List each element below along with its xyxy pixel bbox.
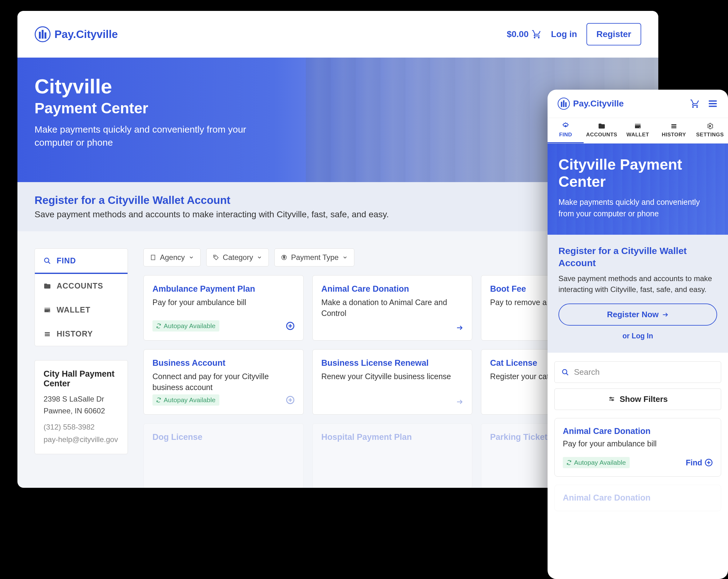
folder-icon xyxy=(44,282,51,290)
tab-find[interactable]: FIND xyxy=(35,249,128,274)
tab-wallet[interactable]: WALLET xyxy=(620,118,656,143)
svg-point-35 xyxy=(610,397,611,399)
svg-point-37 xyxy=(612,399,613,401)
mobile-header: Pay.Cityville xyxy=(548,90,728,118)
register-now-button[interactable]: Register Now xyxy=(558,303,717,326)
cart-icon[interactable] xyxy=(690,99,700,109)
tab-history[interactable]: HISTORY xyxy=(656,118,692,143)
autopay-badge: Autopay Available xyxy=(152,320,219,331)
svg-rect-3 xyxy=(45,32,46,39)
info-title: City Hall Payment Center xyxy=(44,369,119,388)
info-phone: (312) 558-3982 xyxy=(44,422,119,433)
mobile-content: Search Show Filters Animal Care Donation… xyxy=(548,353,728,520)
desktop-header: Pay.Cityville $0.00 Log in Register xyxy=(18,11,658,57)
info-addr1: 2398 S LaSalle Dr xyxy=(44,394,119,405)
sliders-icon xyxy=(608,396,615,403)
chevron-down-icon xyxy=(342,255,348,260)
payment-card[interactable]: Business License RenewalRenew your Cityv… xyxy=(312,349,473,414)
search-icon xyxy=(44,257,51,265)
filter-payment-type[interactable]: $ Payment Type xyxy=(275,248,354,267)
register-bar-title: Register for a Cityville Wallet Account xyxy=(34,194,389,206)
card-desc: Pay for your ambulance bill xyxy=(563,439,713,448)
register-button[interactable]: Register xyxy=(587,23,641,46)
mobile-view: Pay.Cityville FIND ACCOUNTS WALLET HISTO… xyxy=(548,90,728,579)
filter-category[interactable]: Category xyxy=(206,248,269,267)
svg-point-32 xyxy=(563,370,567,374)
tab-settings[interactable]: SETTINGS xyxy=(692,118,728,143)
logo-text: Pay.Cityville xyxy=(573,99,624,109)
card-desc: Make a donation to Animal Care and Contr… xyxy=(321,297,464,319)
header-actions: $0.00 Log in Register xyxy=(507,23,641,46)
hero-desc: Make payments quickly and conveniently f… xyxy=(558,196,717,219)
svg-rect-6 xyxy=(151,255,155,260)
payment-card-faded: Animal Care Donation xyxy=(554,485,721,511)
card-title: Animal Care Donation xyxy=(321,284,464,294)
card-title: Animal Care Donation xyxy=(563,493,713,503)
card-footer xyxy=(321,398,464,406)
tag-icon xyxy=(213,254,219,260)
hero-description: Make payments quickly and conveniently f… xyxy=(34,123,271,149)
sidebar: FIND ACCOUNTS WALLET HISTORY City Hall P… xyxy=(34,248,128,488)
card-title: Business License Renewal xyxy=(321,358,464,368)
cart-icon xyxy=(532,29,542,39)
mobile-hero: Cityville Payment Center Make payments q… xyxy=(548,144,728,235)
svg-point-4 xyxy=(45,258,49,262)
autopay-badge: Autopay Available xyxy=(152,395,219,406)
find-button[interactable]: Find xyxy=(686,458,713,467)
show-filters-button[interactable]: Show Filters xyxy=(554,388,721,410)
logo[interactable]: Pay.Cityville xyxy=(557,97,624,110)
chevron-down-icon xyxy=(188,255,194,260)
history-icon xyxy=(670,122,678,130)
payment-card[interactable]: Animal Care Donation Pay for your ambula… xyxy=(554,418,721,477)
cart-button[interactable]: $0.00 xyxy=(507,29,542,39)
svg-point-30 xyxy=(709,125,711,127)
arrow-button[interactable] xyxy=(456,398,463,406)
add-button[interactable] xyxy=(286,322,295,330)
chevron-down-icon xyxy=(257,255,262,260)
svg-point-9 xyxy=(214,256,215,257)
payment-card[interactable]: Business AccountConnect and pay for your… xyxy=(144,349,304,414)
add-button[interactable] xyxy=(286,396,295,404)
hero-title: Cityville Payment Center xyxy=(558,156,717,190)
menu-icon[interactable] xyxy=(707,98,718,109)
history-icon xyxy=(44,330,51,338)
card-title: Hospital Payment Plan xyxy=(321,432,464,442)
arrow-right-icon xyxy=(662,311,669,318)
logo-icon xyxy=(557,97,570,110)
search-icon xyxy=(562,369,569,376)
register-desc: Save payment methods and accounts to mak… xyxy=(558,273,717,295)
payment-card-faded: Dog License xyxy=(144,423,304,488)
card-desc: Pay for your ambulance bill xyxy=(152,297,295,308)
svg-line-33 xyxy=(566,373,568,375)
payment-card-faded: Hospital Payment Plan xyxy=(312,423,473,488)
svg-line-5 xyxy=(48,262,50,264)
autopay-badge: Autopay Available xyxy=(563,457,630,468)
tab-find[interactable]: FIND xyxy=(548,118,583,143)
mobile-register-section: Register for a Cityville Wallet Account … xyxy=(548,235,728,353)
folder-icon xyxy=(598,122,605,130)
search-input[interactable]: Search xyxy=(554,361,721,383)
svg-rect-2 xyxy=(42,30,44,39)
logo[interactable]: Pay.Cityville xyxy=(34,26,118,42)
tab-history[interactable]: HISTORY xyxy=(35,322,128,346)
svg-rect-23 xyxy=(561,102,563,107)
card-title: Ambulance Payment Plan xyxy=(152,284,295,294)
payment-card[interactable]: Ambulance Payment PlanPay for your ambul… xyxy=(144,275,304,341)
wallet-icon xyxy=(44,306,51,314)
tab-accounts[interactable]: ACCOUNTS xyxy=(35,274,128,298)
card-title: Dog License xyxy=(152,432,295,442)
contact-info-card: City Hall Payment Center 2398 S LaSalle … xyxy=(34,360,128,454)
payment-card[interactable]: Animal Care DonationMake a donation to A… xyxy=(312,275,473,341)
arrow-button[interactable] xyxy=(456,324,463,331)
tab-wallet[interactable]: WALLET xyxy=(35,298,128,322)
filter-agency[interactable]: Agency xyxy=(144,248,201,267)
refresh-icon xyxy=(567,460,572,465)
or-login-link[interactable]: or Log In xyxy=(558,332,717,340)
building-icon xyxy=(150,254,156,260)
card-desc: Connect and pay for your Cityville busin… xyxy=(152,371,295,393)
tab-accounts[interactable]: ACCOUNTS xyxy=(583,118,620,143)
login-link[interactable]: Log in xyxy=(551,29,577,39)
gear-icon xyxy=(562,122,569,130)
dollar-icon: $ xyxy=(281,254,287,260)
register-bar-desc: Save payment methods and accounts to mak… xyxy=(34,209,389,220)
